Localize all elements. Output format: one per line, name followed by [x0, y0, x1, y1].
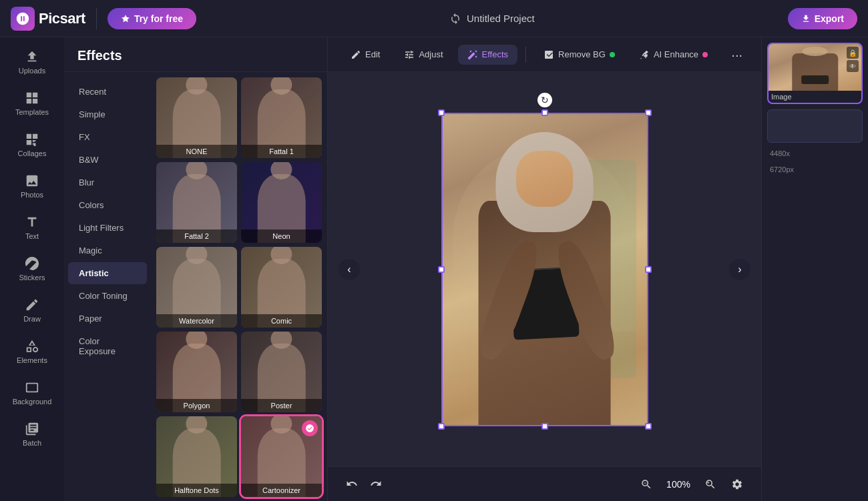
effect-fattal2-label: Fattal 2 [156, 229, 237, 243]
toolbar-more-button[interactable]: ··· [726, 45, 748, 64]
sidebar-item-label-uploads: Uploads [19, 67, 45, 75]
effects-grid-wrap: NONE Fattal 1 Fattal 2 [151, 72, 327, 501]
rotate-handle[interactable]: ↻ [537, 93, 552, 107]
toolbar-remove-bg-label: Remove BG [558, 49, 606, 59]
effect-none-label: NONE [156, 145, 237, 158]
effect-comic-label: Comic [241, 314, 322, 328]
sidebar-item-draw[interactable]: Draw [5, 291, 59, 330]
export-button[interactable]: Export [788, 8, 857, 29]
canvas-area: Edit Adjust Effects Remove BG AI Enhance [328, 37, 761, 501]
effect-polygon-label: Polygon [156, 399, 237, 412]
cat-color-toning[interactable]: Color Toning [68, 285, 147, 307]
handle-mr[interactable] [645, 266, 652, 273]
effect-cartoonizer[interactable]: Cartoonizer [241, 416, 322, 497]
sidebar-item-templates[interactable]: Templates [5, 84, 59, 123]
toolbar-sep1 [525, 47, 526, 63]
handle-bm[interactable] [541, 423, 548, 430]
effect-poster[interactable]: Poster [241, 332, 322, 412]
redo-button[interactable] [365, 473, 387, 494]
toolbar-edit-button[interactable]: Edit [341, 45, 389, 65]
image-canvas[interactable]: ↻ [441, 113, 648, 426]
right-panel: 🔒 👁 Image 4480x 6720px [761, 37, 868, 501]
toolbar-adjust-label: Adjust [419, 49, 443, 59]
canvas-settings-button[interactable] [726, 474, 748, 495]
cat-magic[interactable]: Magic [68, 239, 147, 262]
effect-polygon[interactable]: Polygon [156, 332, 237, 412]
handle-tl[interactable] [438, 109, 445, 116]
cat-light-filters[interactable]: Light Filters [68, 217, 147, 239]
effect-none[interactable]: NONE [156, 77, 237, 158]
sidebar-item-label-templates: Templates [15, 108, 49, 116]
image-frame [441, 113, 648, 426]
handle-tr[interactable] [645, 109, 652, 116]
sidebar-item-photos[interactable]: Photos [5, 167, 59, 205]
topbar: Picsart Try for free Untitled Project Ex… [0, 0, 868, 37]
canvas-next-button[interactable]: › [729, 259, 750, 280]
sidebar-item-collages[interactable]: Collages [5, 125, 59, 164]
cat-artistic[interactable]: Artistic [68, 262, 147, 284]
effect-halftone-dots[interactable]: Halftone Dots [156, 416, 237, 497]
layer-lock-icon[interactable]: 🔒 [847, 47, 859, 59]
handle-ml[interactable] [438, 266, 445, 273]
project-name[interactable]: Untitled Project [467, 13, 535, 24]
effect-halftone-label: Halftone Dots [156, 484, 237, 497]
toolbar-remove-bg-button[interactable]: Remove BG [534, 45, 624, 65]
sidebar-item-stickers[interactable]: Stickers [5, 249, 59, 288]
sidebar-item-label-stickers: Stickers [19, 274, 45, 282]
toolbar-effects-button[interactable]: Effects [458, 45, 518, 65]
cat-simple[interactable]: Simple [68, 103, 147, 125]
sidebar-item-text[interactable]: Text [5, 208, 59, 247]
undo-button[interactable] [341, 473, 363, 494]
sidebar-item-label-collages: Collages [18, 149, 47, 157]
sidebar-item-label-elements: Elements [17, 356, 47, 364]
cat-color-exposure[interactable]: Color Exposure [68, 330, 147, 362]
layer-image-thumb[interactable]: 🔒 👁 Image [767, 43, 863, 104]
effect-comic[interactable]: Comic [241, 247, 322, 328]
zoom-in-button[interactable] [700, 474, 721, 495]
picsart-logo-icon [11, 7, 35, 31]
effect-watercolor-label: Watercolor [156, 314, 237, 328]
undo-redo-group [341, 473, 387, 494]
sidebar-item-batch[interactable]: Batch [5, 415, 59, 454]
handle-br[interactable] [645, 423, 652, 430]
effects-panel: Effects Recent Simple FX B&W Blur Colors… [64, 37, 328, 501]
sidebar-item-background[interactable]: Background [5, 374, 59, 412]
effect-neon[interactable]: Neon [241, 162, 322, 243]
layer-size2: 6720px [767, 164, 863, 175]
sidebar-item-label-background: Background [13, 398, 52, 406]
topbar-right: Export [788, 8, 857, 29]
handle-tm[interactable] [541, 109, 548, 116]
canvas-toolbar: Edit Adjust Effects Remove BG AI Enhance [328, 37, 761, 72]
canvas-prev-button[interactable]: ‹ [339, 259, 360, 280]
effect-fattal2[interactable]: Fattal 2 [156, 162, 237, 243]
zoom-value: 100% [662, 479, 694, 490]
sidebar-item-label-photos: Photos [21, 191, 43, 199]
handle-bl[interactable] [438, 423, 445, 430]
toolbar-adjust-button[interactable]: Adjust [395, 45, 452, 65]
toolbar-edit-label: Edit [365, 49, 380, 59]
cat-bw[interactable]: B&W [68, 149, 147, 171]
topbar-center: Untitled Project [449, 13, 535, 25]
export-label: Export [815, 13, 844, 24]
layer-visibility-icon[interactable]: 👁 [847, 60, 859, 72]
zoom-out-button[interactable] [636, 474, 657, 495]
logo: Picsart [11, 7, 85, 31]
cat-fx[interactable]: FX [68, 126, 147, 148]
toolbar-ai-enhance-button[interactable]: AI Enhance [630, 45, 717, 65]
effect-cartoonizer-label: Cartoonizer [241, 484, 322, 497]
sidebar: Uploads Templates Collages Photos Text S… [0, 37, 64, 501]
cat-colors[interactable]: Colors [68, 194, 147, 216]
sidebar-item-elements[interactable]: Elements [5, 332, 59, 371]
sidebar-item-uploads[interactable]: Uploads [5, 43, 59, 81]
sidebar-item-label-text: Text [25, 232, 39, 240]
effect-fattal1-label: Fattal 1 [241, 145, 322, 158]
cat-paper[interactable]: Paper [68, 308, 147, 330]
logo-text: Picsart [39, 10, 85, 27]
cat-blur[interactable]: Blur [68, 171, 147, 193]
try-free-button[interactable]: Try for free [107, 8, 196, 29]
effect-fattal1[interactable]: Fattal 1 [241, 77, 322, 158]
effect-watercolor[interactable]: Watercolor [156, 247, 237, 328]
cat-recent[interactable]: Recent [68, 81, 147, 103]
effects-body: Recent Simple FX B&W Blur Colors Light F… [64, 72, 327, 501]
effect-selected-badge [302, 420, 318, 436]
